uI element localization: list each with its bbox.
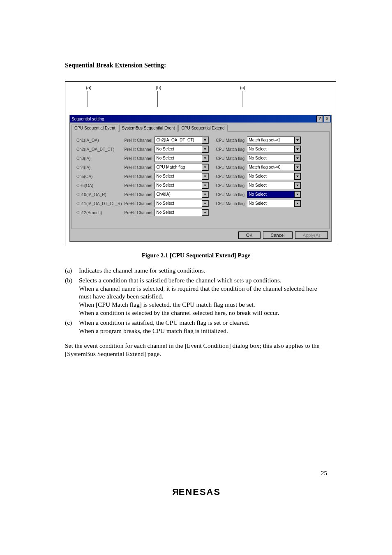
prehit-label: PreHit Channel: [123, 182, 154, 189]
chevron-down-icon[interactable]: [202, 164, 208, 171]
apply-button[interactable]: Apply(A): [295, 231, 328, 239]
prehit-label: PreHit Channel: [123, 136, 154, 144]
matchflag-select[interactable]: No Select: [247, 182, 301, 189]
chevron-down-icon[interactable]: [202, 137, 208, 143]
cancel-button[interactable]: Cancel: [263, 231, 293, 239]
closing-paragraph: Set the event condition for each channel…: [65, 342, 327, 358]
chevron-down-icon[interactable]: [294, 164, 301, 171]
chevron-down-icon[interactable]: [294, 155, 301, 162]
table-row: Ch2(IA_OA_DT_CT)PreHit ChannelNo SelectC…: [75, 146, 302, 153]
matchflag-label: CPU Match flag: [210, 191, 246, 198]
table-row: Ch3(IA)PreHit ChannelNo SelectCPU Match …: [75, 155, 302, 162]
close-button[interactable]: ×: [324, 116, 330, 122]
matchflag-label: CPU Match flag: [210, 200, 246, 207]
callout-tick: [88, 91, 88, 107]
prehit-select[interactable]: No Select: [154, 146, 209, 153]
matchflag-select[interactable]: No Select: [247, 173, 301, 180]
chevron-down-icon[interactable]: [202, 209, 208, 216]
section-title: Sequential Break Extension Setting:: [65, 62, 327, 69]
chevron-down-icon[interactable]: [294, 173, 301, 180]
figure-container: (a) (b) (c) Sequential setting ? × CPU S…: [65, 81, 336, 246]
callout-c: (c): [240, 85, 245, 90]
channel-name: CH6(OA): [75, 182, 123, 189]
table-row: Ch4(IA)PreHit ChannelCPU Match flagCPU M…: [75, 164, 302, 171]
prehit-select[interactable]: CPU Match flag: [154, 164, 209, 171]
prehit-select[interactable]: Ch2(IA_OA_DT_CT): [154, 136, 209, 144]
prehit-label: PreHit Channel: [123, 164, 154, 171]
chevron-down-icon[interactable]: [202, 191, 208, 198]
matchflag-select[interactable]: No Select: [247, 200, 301, 207]
page-number: 25: [321, 470, 327, 477]
channel-name: Ch11(IA_OA_DT_CT_R): [75, 200, 123, 207]
callout-tick: [157, 91, 158, 107]
chevron-down-icon[interactable]: [294, 182, 301, 189]
tab-strip: CPU Sequential Event SystemBus Sequentia…: [71, 124, 330, 131]
channel-name: Ch2(IA_OA_DT_CT): [75, 146, 123, 153]
tab-cpu-sequential-event[interactable]: CPU Sequential Event: [71, 125, 118, 132]
prehit-label: PreHit Channel: [123, 200, 154, 207]
item-marker: (a): [65, 266, 79, 275]
item-body: When a condition is satisfied, the CPU m…: [79, 319, 327, 335]
callout-tick: [242, 91, 242, 107]
prehit-select[interactable]: Ch4(IA): [154, 191, 209, 198]
callout-labels: (a) (b) (c): [69, 85, 332, 92]
matchflag-label: CPU Match flag: [210, 182, 246, 189]
prehit-select[interactable]: No Select: [154, 155, 209, 162]
description-list: (a) Indicates the channel name for setti…: [65, 266, 327, 335]
tab-cpu-sequential-extend[interactable]: CPU Sequential Extend: [178, 125, 227, 132]
callout-a: (a): [86, 85, 91, 90]
matchflag-select[interactable]: No Select: [247, 146, 301, 153]
matchflag-label: CPU Match flag: [210, 173, 246, 180]
channel-name: Ch12(Branch): [75, 209, 123, 216]
callout-b: (b): [156, 85, 161, 90]
chevron-down-icon[interactable]: [202, 182, 208, 189]
matchflag-label: CPU Match flag: [210, 164, 246, 171]
figure-caption: Figure 2.1 [CPU Sequential Extend] Page: [65, 252, 327, 259]
chevron-down-icon[interactable]: [202, 155, 208, 162]
chevron-down-icon[interactable]: [294, 191, 301, 198]
table-row: Ch10(IA_OA_R)PreHit ChannelCh4(IA)CPU Ma…: [75, 191, 302, 198]
prehit-label: PreHit Channel: [123, 191, 154, 198]
chevron-down-icon[interactable]: [202, 146, 208, 153]
channel-name: Ch1(IA_OA): [75, 136, 123, 144]
help-button[interactable]: ?: [316, 116, 323, 122]
item-body: Indicates the channel name for setting c…: [79, 266, 327, 275]
ok-button[interactable]: OK: [238, 231, 261, 239]
prehit-select[interactable]: No Select: [154, 209, 209, 216]
prehit-label: PreHit Channel: [123, 146, 154, 153]
channel-name: Ch10(IA_OA_R): [75, 191, 123, 198]
table-row: CH6(OA)PreHit ChannelNo SelectCPU Match …: [75, 182, 302, 189]
table-row: Ch11(IA_OA_DT_CT_R)PreHit ChannelNo Sele…: [75, 200, 302, 207]
dialog-titlebar[interactable]: Sequential setting ? ×: [70, 115, 331, 123]
table-row: Ch1(IA_OA)PreHit ChannelCh2(IA_OA_DT_CT)…: [75, 136, 302, 144]
matchflag-select[interactable]: Match flag set->1: [247, 136, 301, 144]
chevron-down-icon[interactable]: [294, 137, 301, 143]
matchflag-select[interactable]: No Select: [247, 191, 301, 198]
channel-name: Ch5(OA): [75, 173, 123, 180]
matchflag-select[interactable]: Match flag set->0: [247, 164, 301, 171]
prehit-select[interactable]: No Select: [154, 200, 209, 207]
matchflag-label: CPU Match flag: [210, 155, 246, 162]
prehit-label: PreHit Channel: [123, 209, 154, 216]
item-marker: (b): [65, 276, 79, 317]
item-marker: (c): [65, 319, 79, 335]
matchflag-label: CPU Match flag: [210, 146, 246, 153]
table-row: Ch12(Branch)PreHit ChannelNo Select: [75, 209, 302, 216]
matchflag-select[interactable]: No Select: [247, 155, 301, 162]
chevron-down-icon[interactable]: [294, 200, 301, 207]
tab-body: Ch1(IA_OA)PreHit ChannelCh2(IA_OA_DT_CT)…: [71, 131, 330, 229]
chevron-down-icon[interactable]: [202, 200, 208, 207]
chevron-down-icon[interactable]: [294, 146, 301, 153]
prehit-select[interactable]: No Select: [154, 173, 209, 180]
dialog-button-row: OK Cancel Apply(A): [70, 229, 331, 241]
channel-name: Ch3(IA): [75, 155, 123, 162]
sequential-setting-dialog: Sequential setting ? × CPU Sequential Ev…: [69, 115, 332, 242]
chevron-down-icon[interactable]: [202, 173, 208, 180]
channel-name: Ch4(IA): [75, 164, 123, 171]
matchflag-label: CPU Match flag: [210, 136, 246, 144]
prehit-label: PreHit Channel: [123, 173, 154, 180]
tab-systembus-sequential-event[interactable]: SystemBus Sequential Event: [119, 125, 178, 132]
renesas-logo: RENESAS: [0, 487, 392, 497]
prehit-select[interactable]: No Select: [154, 182, 209, 189]
prehit-label: PreHit Channel: [123, 155, 154, 162]
